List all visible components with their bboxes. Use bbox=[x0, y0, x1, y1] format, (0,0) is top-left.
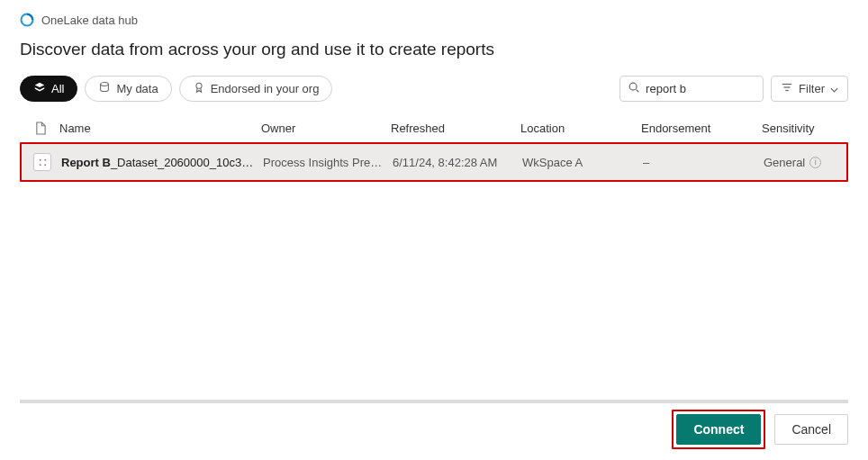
cell-refreshed: 6/11/24, 8:42:28 AM bbox=[393, 156, 519, 169]
filter-pill-endorsed-label: Endorsed in your org bbox=[211, 82, 320, 95]
cell-sensitivity: General i bbox=[764, 156, 863, 169]
svg-point-2 bbox=[196, 83, 202, 88]
app-name-text: OneLake data hub bbox=[41, 14, 138, 27]
search-icon bbox=[628, 81, 640, 96]
dialog-footer: Connect Cancel bbox=[672, 410, 848, 449]
cell-owner: Process Insights Pre… bbox=[263, 156, 389, 169]
svg-point-8 bbox=[39, 158, 41, 160]
svg-point-9 bbox=[44, 158, 46, 160]
filter-button[interactable]: Filter bbox=[771, 76, 848, 102]
svg-line-4 bbox=[637, 90, 639, 93]
connect-button[interactable]: Connect bbox=[676, 414, 761, 445]
column-head-sensitivity[interactable]: Sensitivity bbox=[762, 122, 861, 135]
svg-point-11 bbox=[44, 164, 46, 166]
column-head-location[interactable]: Location bbox=[520, 122, 637, 135]
search-box[interactable]: ✕ bbox=[619, 76, 764, 102]
column-head-name[interactable]: Name bbox=[59, 122, 258, 135]
filter-icon bbox=[781, 81, 793, 96]
scroll-track bbox=[20, 400, 848, 403]
filter-pill-all[interactable]: All bbox=[20, 76, 77, 102]
table-header-row: Name Owner Refreshed Location Endorsemen… bbox=[20, 114, 848, 142]
cell-location: WkSpace A bbox=[522, 156, 639, 169]
filter-pill-my-data-label: My data bbox=[116, 82, 158, 95]
column-head-owner[interactable]: Owner bbox=[261, 122, 387, 135]
cancel-button[interactable]: Cancel bbox=[774, 414, 848, 445]
filter-pill-all-label: All bbox=[51, 82, 64, 95]
chevron-down-icon bbox=[830, 82, 838, 95]
info-icon[interactable]: i bbox=[809, 157, 821, 168]
row-highlight-annotation: Report B_Dataset_2060000_10c38… Process … bbox=[20, 142, 848, 182]
dataset-type-icon bbox=[33, 153, 51, 171]
filter-pill-endorsed[interactable]: Endorsed in your org bbox=[179, 76, 333, 102]
ribbon-icon bbox=[193, 81, 205, 96]
onelake-logo-icon bbox=[20, 13, 34, 27]
column-head-endorsement[interactable]: Endorsement bbox=[641, 122, 758, 135]
filter-pill-my-data[interactable]: My data bbox=[85, 76, 171, 102]
filter-button-label: Filter bbox=[799, 82, 825, 95]
app-title: OneLake data hub bbox=[20, 13, 848, 27]
column-head-refreshed[interactable]: Refreshed bbox=[391, 122, 517, 135]
cell-endorsement: – bbox=[643, 156, 760, 169]
database-icon bbox=[98, 81, 111, 96]
column-type-icon bbox=[25, 122, 56, 135]
data-table: Name Owner Refreshed Location Endorsemen… bbox=[20, 114, 848, 182]
svg-point-10 bbox=[39, 164, 41, 166]
svg-point-1 bbox=[101, 83, 109, 86]
connect-highlight-annotation: Connect bbox=[672, 410, 765, 449]
cell-name: Report B_Dataset_2060000_10c38… bbox=[61, 156, 259, 169]
svg-point-3 bbox=[629, 83, 637, 90]
table-row[interactable]: Report B_Dataset_2060000_10c38… Process … bbox=[22, 144, 846, 180]
toolbar: All My data Endorsed in your org ✕ Filte… bbox=[0, 76, 868, 102]
page-title: Discover data from across your org and u… bbox=[20, 40, 848, 59]
stack-icon bbox=[33, 81, 46, 96]
